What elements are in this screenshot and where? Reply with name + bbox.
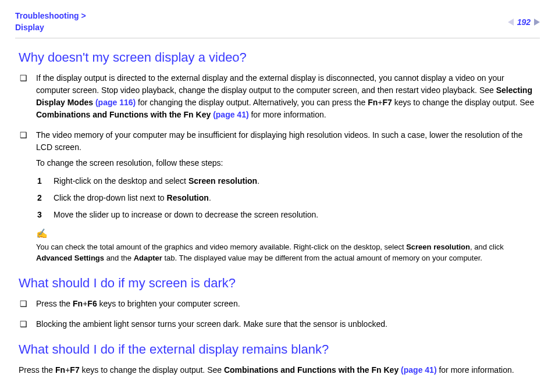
note-text: You can check the total amount of the gr… — [36, 242, 536, 264]
page-link-116[interactable]: (page 116) — [95, 98, 136, 107]
list-item: The video memory of your computer may be… — [19, 129, 536, 264]
page-link-41a[interactable]: (page 41) — [213, 110, 248, 119]
breadcrumb-item-2[interactable]: Display — [15, 23, 44, 32]
step-2: 2Click the drop-down list next to Resolu… — [36, 192, 536, 204]
heading-video: Why doesn't my screen display a video? — [19, 50, 536, 65]
bullet-list-2: Press the Fn+F6 keys to brighten your co… — [19, 298, 536, 330]
page-header: Troubleshooting > Display 192 — [15, 10, 540, 38]
breadcrumb: Troubleshooting > Display — [15, 10, 86, 33]
step-1: 1Right-click on the desktop and select S… — [36, 175, 536, 187]
list-item: Blocking the ambient light sensor turns … — [19, 318, 536, 330]
page-link-41b[interactable]: (page 41) — [401, 365, 436, 375]
list-item: If the display output is directed to the… — [19, 72, 536, 121]
next-page-icon[interactable] — [534, 19, 540, 26]
steps-list: 1Right-click on the desktop and select S… — [36, 175, 536, 221]
heading-dark: What should I do if my screen is dark? — [19, 276, 536, 291]
bullet-list-1: If the display output is directed to the… — [19, 72, 536, 264]
pager: 192 — [508, 10, 540, 27]
prev-page-icon[interactable] — [508, 19, 514, 26]
paragraph-external: Press the Fn+F7 keys to change the displ… — [19, 364, 536, 376]
note-icon: ✍ — [36, 227, 536, 241]
step-3: 3Move the slider up to increase or down … — [36, 209, 536, 221]
content: Why doesn't my screen display a video? I… — [15, 50, 540, 376]
heading-external: What should I do if the external display… — [19, 342, 536, 357]
breadcrumb-item-1[interactable]: Troubleshooting — [15, 11, 79, 20]
list-item: Press the Fn+F6 keys to brighten your co… — [19, 298, 536, 310]
page-number: 192 — [517, 17, 531, 27]
